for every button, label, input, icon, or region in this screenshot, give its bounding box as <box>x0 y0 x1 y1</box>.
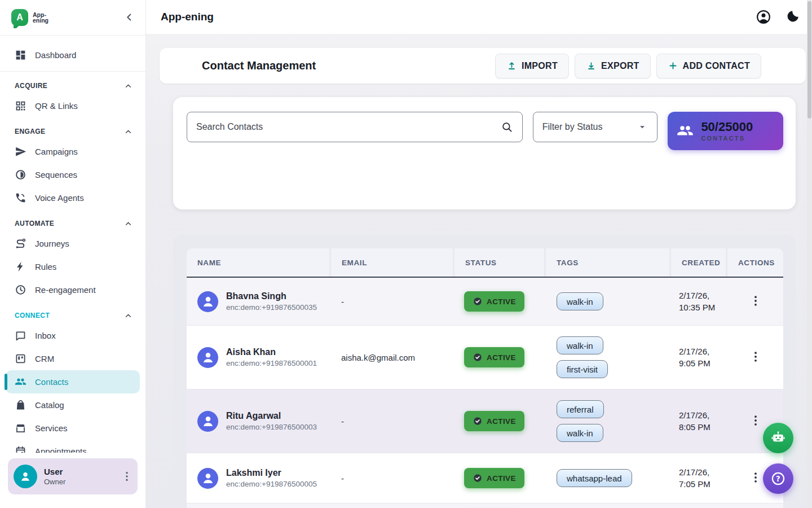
upload-icon <box>506 60 517 71</box>
contact-row[interactable]: Aisha Khanenc:demo:+919876500001aisha.k@… <box>187 326 783 389</box>
sidebar-section-connect[interactable]: CONNECT <box>0 307 145 324</box>
contact-row[interactable]: Lakshmi Iyerenc:demo:+919876500005-ACTIV… <box>187 453 783 503</box>
contacts-count-badge: 50/25000 CONTACTS <box>668 112 783 150</box>
sidebar-item-label: Dashboard <box>35 50 76 60</box>
plus-icon <box>668 60 678 71</box>
contacts-count-text: 50/25000 CONTACTS <box>701 120 753 142</box>
check-circle-icon <box>473 416 483 426</box>
sidebar-item-catalog[interactable]: Catalog <box>0 393 145 417</box>
export-button[interactable]: EXPORT <box>575 54 651 78</box>
status-label: ACTIVE <box>487 417 516 426</box>
export-label: EXPORT <box>601 61 639 71</box>
sidebar-item-dashboard[interactable]: Dashboard <box>0 43 145 67</box>
sidebar-item-voice-agents[interactable]: Voice Agents <box>0 186 145 209</box>
contact-row[interactable]: Bhavna Singhenc:demo:+919876500035-ACTIV… <box>187 278 783 326</box>
person-icon <box>200 349 217 366</box>
assistant-fab-button[interactable] <box>763 423 793 453</box>
contact-avatar <box>197 468 218 489</box>
dots-vertical-icon <box>749 350 762 364</box>
topbar: App-ening <box>145 0 812 34</box>
column-header-status: STATUS <box>454 248 546 277</box>
contacts-count: 50/25000 <box>701 120 753 134</box>
contact-name-block: Bhavna Singhenc:demo:+919876500035 <box>226 291 317 312</box>
contact-phone: enc:demo:+919876500005 <box>226 480 317 488</box>
sidebar-item-services[interactable]: Services <box>0 417 145 440</box>
toolbar-buttons: IMPORT EXPORT ADD CONTACT <box>495 54 761 78</box>
check-circle-icon <box>473 296 483 306</box>
contact-row[interactable]: Jyoti RawatACTIVEcampaign-lead2/17/26 <box>187 503 783 508</box>
status-label: ACTIVE <box>487 474 516 483</box>
sidebar-item-label: Inbox <box>35 331 56 340</box>
contact-name: Ritu Agarwal <box>226 411 317 421</box>
contact-email: - <box>331 297 454 306</box>
search-input[interactable]: Search Contacts <box>187 112 523 142</box>
contact-tag[interactable]: walk-in <box>557 336 603 354</box>
user-info: User Owner <box>44 467 65 486</box>
sidebar-item-re-engagement[interactable]: Re-engagement <box>0 278 145 301</box>
sidebar-divider <box>0 71 145 72</box>
sidebar-item-rules[interactable]: Rules <box>0 255 145 278</box>
contact-tag[interactable]: referral <box>557 400 604 418</box>
contact-avatar <box>197 411 218 432</box>
sidebar-item-label: Sequences <box>35 170 77 179</box>
sidebar-item-crm[interactable]: CRM <box>0 347 145 370</box>
account-button[interactable] <box>756 9 771 25</box>
help-fab-button[interactable]: ? <box>763 463 793 494</box>
row-actions-button[interactable] <box>748 294 763 309</box>
sidebar-item-label: CRM <box>35 354 54 364</box>
voice-icon <box>15 192 27 204</box>
sidebar-item-inbox[interactable]: Inbox <box>0 324 145 347</box>
sidebar-item-qr-links[interactable]: QR & Links <box>0 94 145 117</box>
contact-phone: enc:demo:+919876500003 <box>226 423 317 431</box>
status-filter-select[interactable]: Filter by Status <box>533 112 658 142</box>
contact-avatar <box>197 291 218 312</box>
row-actions-button[interactable] <box>748 414 763 428</box>
sidebar-item-campaigns[interactable]: Campaigns <box>0 140 145 163</box>
caret-down-icon <box>637 121 648 133</box>
sidebar-item-label: Campaigns <box>35 147 78 156</box>
contact-row[interactable]: Ritu Agarwalenc:demo:+919876500003-ACTIV… <box>187 389 783 453</box>
app-logo-text: App- ening <box>33 12 48 24</box>
scrollbar-thumb[interactable] <box>807 1 811 119</box>
contact-tag[interactable]: first-visit <box>557 360 608 378</box>
created-time: 10:35 PM <box>679 301 727 313</box>
moon-icon <box>786 9 800 23</box>
sidebar-item-sequences[interactable]: Sequences <box>0 163 145 186</box>
contact-tag[interactable]: whatsapp-lead <box>557 469 632 487</box>
sidebar-section-label: ENGAGE <box>15 128 45 135</box>
sidebar-item-label: Voice Agents <box>35 193 84 203</box>
dots-vertical-icon <box>749 471 762 484</box>
contact-tag[interactable]: walk-in <box>557 292 603 310</box>
sidebar-item-journeys[interactable]: Journeys <box>0 232 145 255</box>
column-header-name: NAME <box>187 248 331 277</box>
user-menu-button[interactable] <box>121 470 133 483</box>
status-label: ACTIVE <box>487 297 516 306</box>
user-card[interactable]: User Owner <box>8 458 138 494</box>
contact-created-cell: 2/17/26,9:05 PM <box>671 345 727 369</box>
contact-actions-cell <box>727 350 783 365</box>
chevron-up-icon <box>123 219 133 229</box>
contact-tags-cell: referralwalk-in <box>546 393 671 449</box>
status-badge: ACTIVE <box>464 468 524 488</box>
dots-vertical-icon <box>749 414 762 427</box>
sidebar-section-automate[interactable]: AUTOMATE <box>0 215 145 232</box>
dashboard-icon <box>15 49 27 61</box>
contact-tag[interactable]: walk-in <box>557 424 603 442</box>
add-contact-button[interactable]: ADD CONTACT <box>656 54 761 78</box>
search-icon <box>501 121 513 133</box>
sidebar-section-label: ACQUIRE <box>15 82 47 90</box>
page-title: App-ening <box>161 11 214 23</box>
import-button[interactable]: IMPORT <box>495 54 569 78</box>
collapse-sidebar-button[interactable] <box>123 11 135 24</box>
row-actions-button[interactable] <box>748 350 763 365</box>
contact-phone: enc:demo:+919876500035 <box>226 303 317 312</box>
group-icon <box>677 122 694 139</box>
dark-mode-button[interactable] <box>785 9 801 25</box>
contact-name-block: Ritu Agarwalenc:demo:+919876500003 <box>226 411 317 431</box>
sidebar-section-acquire[interactable]: ACQUIRE <box>0 77 145 94</box>
sidebar-item-contacts[interactable]: Contacts <box>6 370 140 393</box>
help-icon: ? <box>770 471 786 487</box>
qr-icon <box>15 100 27 112</box>
sidebar-section-engage[interactable]: ENGAGE <box>0 123 145 140</box>
row-actions-button[interactable] <box>748 471 763 485</box>
